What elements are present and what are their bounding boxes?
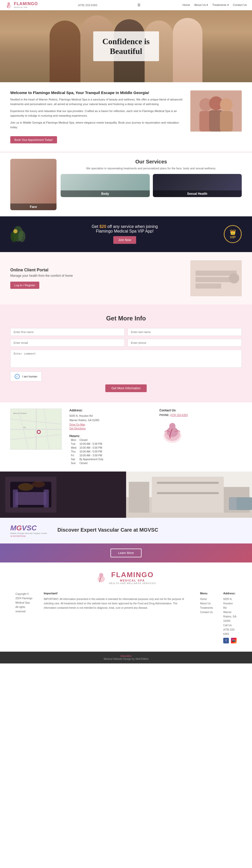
footer-logo-area: FLAMINGO MEDICAL SPA HEALTH AND WELLNESS… bbox=[96, 571, 156, 586]
svg-point-26 bbox=[38, 431, 40, 433]
contact-phone-link[interactable]: (478) 333-6393 bbox=[170, 414, 188, 416]
footer-link-treatments[interactable]: Treatments bbox=[200, 606, 213, 610]
footer-rights: All rights reserved. bbox=[15, 605, 33, 614]
logo-brand: FLAMINGO bbox=[14, 2, 38, 6]
footer-flamingo-icon bbox=[96, 572, 106, 583]
book-appointment-button[interactable]: Book Your Appointment Today! bbox=[10, 136, 57, 144]
mgvsc-badge: ★ ENTERPRISE bbox=[10, 535, 47, 537]
get-directions-link[interactable]: Get Directions bbox=[69, 427, 86, 430]
vip-plant-decoration bbox=[10, 223, 26, 245]
sexual-service-label: Sexual Health bbox=[153, 190, 242, 197]
footer-address-col: Address: 9205 N. Houston Rd Warner Robin… bbox=[223, 592, 237, 644]
footer-logo-sub: MEDICAL SPA bbox=[109, 579, 156, 582]
service-card-body[interactable]: Body bbox=[61, 174, 150, 197]
footer-address-heading: Address: bbox=[223, 592, 237, 595]
footer-logo-wrapper: FLAMINGO MEDICAL SPA HEALTH AND WELLNESS… bbox=[96, 571, 156, 585]
gallery-dark-svg bbox=[0, 471, 126, 518]
nav-home[interactable]: Home bbox=[183, 3, 190, 7]
vip-badge-label: VIP bbox=[230, 235, 236, 239]
first-name-input[interactable] bbox=[10, 328, 125, 336]
drive-on-map-link[interactable]: Drive On Map bbox=[69, 423, 85, 426]
welcome-p1: Nestled in the heart of Warner Robins, F… bbox=[10, 97, 184, 106]
webbymed-tagline: Medical Website Design by WebToMed bbox=[3, 657, 249, 660]
svg-rect-16 bbox=[195, 283, 221, 288]
footer-copyright: Copyright © 2024 Flamingo Medical Spa. bbox=[15, 592, 33, 605]
mgvsc-logo: MGVSC bbox=[10, 524, 47, 532]
service-card-sexual[interactable]: Sexual Health bbox=[153, 174, 242, 197]
flamingo-logo-icon bbox=[5, 2, 12, 9]
vip-discount: $20 bbox=[99, 224, 106, 229]
hours-heading: Hours: bbox=[69, 434, 80, 438]
footer-link-about[interactable]: About Us bbox=[200, 601, 213, 606]
captcha-box[interactable]: ✓ I am human bbox=[10, 372, 42, 381]
phone-input[interactable] bbox=[128, 339, 242, 347]
contact-block: Contact Us PHONE: (478) 333-6393 bbox=[157, 409, 242, 444]
welcome-section: Welcome to Flamingo Medical Spa, Your Tr… bbox=[0, 82, 252, 152]
vip-offer-text: Get $20 off any service when joining Fla… bbox=[26, 224, 224, 234]
logo-subtitle: MEDICAL SPA bbox=[14, 6, 38, 8]
services-right: Our Services We specialize in rejuvenati… bbox=[61, 159, 242, 197]
footer-logo-name: FLAMINGO bbox=[109, 571, 156, 579]
facebook-icon[interactable]: f bbox=[223, 638, 229, 644]
nav-icon: ☰ bbox=[137, 3, 143, 7]
svg-rect-38 bbox=[44, 490, 49, 507]
webbymed-logo: Web•Med bbox=[3, 655, 249, 657]
gallery-light-svg bbox=[126, 471, 252, 518]
portal-section: Online Client Portal Manage your health … bbox=[0, 252, 252, 305]
nav-treatments[interactable]: Treatments ▾ bbox=[212, 3, 229, 7]
svg-rect-49 bbox=[237, 497, 252, 510]
instagram-icon[interactable]: 📷 bbox=[231, 638, 237, 644]
map-area[interactable]: Warner Robins Rd bbox=[10, 409, 62, 450]
hero-title-box: Confidence is Beautiful bbox=[93, 31, 159, 61]
mgvsc-learn-button[interactable]: Learn More bbox=[111, 549, 141, 557]
footer-link-home[interactable]: Home bbox=[200, 597, 213, 601]
map-svg: Warner Robins Rd bbox=[10, 409, 62, 450]
hours-sat: Sat:By Appointment Only bbox=[70, 458, 104, 461]
address-block: Address: 9205 N. Houston Rd Warner Robin… bbox=[67, 409, 152, 465]
svg-text:Rd: Rd bbox=[23, 427, 26, 428]
nav-contact[interactable]: Contact Us bbox=[233, 3, 247, 7]
welcome-p2: Experience the luxury and relaxation tha… bbox=[10, 109, 184, 118]
svg-rect-36 bbox=[15, 492, 46, 505]
silhouette-5 bbox=[173, 18, 202, 82]
footer-link-contact[interactable]: Contact Us bbox=[200, 610, 213, 614]
hours-wed: Wed:10:00 AM - 5:00 PM bbox=[70, 446, 104, 450]
services-description: We specialize in rejuvenating treatments… bbox=[61, 167, 242, 170]
svg-rect-8 bbox=[220, 111, 233, 131]
svg-point-1 bbox=[7, 2, 10, 5]
hours-mon: Mon:Closed bbox=[70, 438, 104, 442]
services-heading: Our Services bbox=[61, 159, 242, 165]
email-input[interactable] bbox=[10, 339, 125, 347]
hero-section: Confidence is Beautiful bbox=[0, 10, 252, 82]
address-line2: Warner Robins, GA 31093 bbox=[69, 418, 152, 423]
portal-subtext: Manage your health from the comfort of h… bbox=[10, 274, 180, 278]
footer-address-line1: 9205 N. Houston Rd bbox=[223, 597, 237, 610]
footer-logo-tagline: HEALTH AND WELLNESS SERVICES bbox=[109, 582, 156, 585]
body-service-label: Body bbox=[61, 190, 150, 197]
welcome-image bbox=[190, 90, 242, 131]
svg-rect-37 bbox=[13, 490, 18, 507]
gallery-img-light bbox=[126, 471, 252, 518]
portal-login-button[interactable]: Log-In / Register bbox=[10, 282, 39, 289]
services-section: Face Our Services We specialize in rejuv… bbox=[0, 153, 252, 216]
service-card-face-large[interactable]: Face bbox=[10, 159, 57, 210]
webbymed-brand: Web•Med bbox=[121, 655, 131, 657]
mgvsc-logo-area: MGVSC Middle Georgia Vascular Surgery Ce… bbox=[10, 524, 47, 537]
info-section: Get More Info ✓ I am human Get More Info… bbox=[0, 305, 252, 402]
footer-copyright-col: Copyright © 2024 Flamingo Medical Spa. A… bbox=[15, 592, 33, 644]
get-info-button[interactable]: Get More Information bbox=[105, 384, 147, 392]
captcha-checkbox[interactable]: ✓ bbox=[14, 374, 20, 379]
name-row bbox=[10, 328, 242, 336]
svg-rect-46 bbox=[157, 482, 219, 484]
welcome-photo bbox=[190, 90, 242, 131]
comment-input[interactable] bbox=[10, 350, 242, 368]
svg-point-39 bbox=[18, 483, 33, 491]
flamingo-decorative-graphic bbox=[160, 421, 185, 443]
vip-join-button[interactable]: Join Now bbox=[113, 236, 136, 244]
portal-heading: Online Client Portal bbox=[10, 268, 180, 272]
welcome-heading: Welcome to Flamingo Medical Spa, Your Tr… bbox=[10, 90, 184, 95]
vip-app-text: Flamingo Medical Spa VIP App! bbox=[96, 229, 154, 233]
contact-heading: Contact Us bbox=[160, 409, 242, 412]
nav-about[interactable]: About Us ▾ bbox=[194, 3, 208, 7]
last-name-input[interactable] bbox=[128, 328, 242, 336]
